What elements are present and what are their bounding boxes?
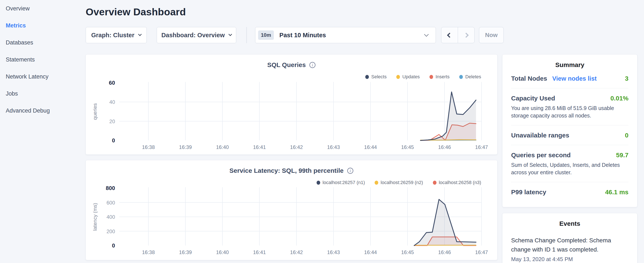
sidebar-item-databases[interactable]: Databases — [0, 34, 85, 51]
dashboard-dropdown-label: Dashboard: Overview — [161, 32, 225, 39]
summary-row: Queries per second 59.7 Sum of Selects, … — [511, 145, 628, 176]
summary-row-value: 0 — [625, 132, 628, 139]
svg-text:16:46: 16:46 — [438, 144, 451, 150]
summary-row-label: Unavailable ranges — [511, 132, 569, 139]
event-timestamp: May 13, 2020 at 4:45 PM — [511, 256, 628, 262]
svg-text:queries: queries — [92, 103, 98, 120]
summary-row: Total Nodes View nodes list 3 — [511, 69, 628, 82]
graph-dropdown[interactable]: Graph: Cluster — [86, 27, 147, 43]
summary-title: Summary — [502, 61, 637, 69]
time-range-dropdown[interactable]: 10m Past 10 Minutes — [255, 27, 436, 43]
summary-row-label: Queries per second — [511, 151, 571, 159]
chevron-down-icon — [138, 33, 142, 36]
chevron-left-icon — [447, 33, 452, 38]
summary-row-value: 59.7 — [616, 151, 628, 159]
graph-dropdown-label: Graph: Cluster — [91, 32, 134, 39]
summary-row-label: Capacity Used — [511, 95, 555, 102]
step-forward-button[interactable] — [458, 27, 474, 43]
svg-text:16:39: 16:39 — [179, 144, 192, 150]
svg-text:16:46: 16:46 — [438, 249, 451, 255]
chevron-right-icon — [464, 33, 468, 38]
summary-panel: Summary Total Nodes View nodes list 3 Ca… — [502, 54, 638, 207]
svg-text:16:39: 16:39 — [179, 249, 192, 255]
sidebar: OverviewMetricsDatabasesStatementsNetwor… — [0, 0, 85, 263]
sql-queries-plot: 16:3816:3916:4016:4116:4216:4316:4416:45… — [86, 55, 498, 155]
step-back-button[interactable] — [442, 27, 458, 43]
now-button[interactable]: Now — [479, 27, 504, 43]
svg-text:600: 600 — [106, 200, 115, 205]
event-item[interactable]: Schema Change Completed: Schema change w… — [511, 236, 628, 262]
summary-row-subtext: You are using 28.6 MiB of 515.9 GiB usab… — [511, 105, 628, 119]
svg-text:400: 400 — [106, 214, 115, 220]
svg-text:800: 800 — [106, 185, 115, 191]
svg-text:16:44: 16:44 — [364, 144, 377, 150]
svg-text:16:45: 16:45 — [401, 249, 414, 255]
summary-row: Capacity Used 0.01% You are using 28.6 M… — [511, 88, 628, 119]
svg-text:16:43: 16:43 — [327, 249, 340, 255]
summary-row-value: 0.01% — [610, 95, 628, 102]
svg-text:16:47: 16:47 — [475, 249, 488, 255]
summary-row-label: P99 latency — [511, 188, 546, 196]
sidebar-item-overview[interactable]: Overview — [0, 0, 85, 17]
svg-text:16:45: 16:45 — [401, 144, 414, 150]
sidebar-item-advanced-debug[interactable]: Advanced Debug — [0, 102, 85, 119]
svg-text:0: 0 — [112, 137, 115, 144]
svg-text:0: 0 — [112, 242, 115, 249]
summary-row-label: Total Nodes — [511, 75, 547, 82]
summary-row-value: 46.1 ms — [605, 188, 628, 196]
chevron-down-icon — [228, 33, 232, 36]
chevron-down-icon — [424, 32, 428, 36]
page-title: Overview Dashboard — [86, 6, 186, 18]
sidebar-item-jobs[interactable]: Jobs — [0, 85, 85, 102]
svg-text:16:41: 16:41 — [253, 249, 266, 255]
summary-row-value: 3 — [625, 75, 628, 82]
summary-row: Unavailable ranges 0 — [511, 125, 628, 139]
events-title: Events — [502, 220, 637, 227]
time-range-label: Past 10 Minutes — [279, 32, 326, 39]
svg-text:60: 60 — [109, 80, 115, 86]
service-latency-chart-card: Service Latency: SQL, 99th percentile i … — [86, 160, 498, 260]
svg-text:16:40: 16:40 — [216, 249, 229, 255]
svg-text:16:47: 16:47 — [475, 144, 488, 150]
svg-text:16:42: 16:42 — [290, 144, 303, 150]
time-step-buttons — [441, 27, 474, 43]
svg-text:200: 200 — [106, 228, 115, 234]
sidebar-item-network-latency[interactable]: Network Latency — [0, 68, 85, 85]
svg-text:16:43: 16:43 — [327, 144, 340, 150]
dashboard-dropdown[interactable]: Dashboard: Overview — [157, 27, 236, 43]
svg-text:16:42: 16:42 — [290, 249, 303, 255]
svg-text:16:40: 16:40 — [216, 144, 229, 150]
sidebar-item-metrics[interactable]: Metrics — [0, 17, 85, 34]
svg-text:20: 20 — [109, 119, 115, 124]
svg-text:latency (ms): latency (ms) — [92, 203, 98, 231]
sidebar-item-statements[interactable]: Statements — [0, 51, 85, 68]
time-range-badge: 10m — [258, 31, 274, 40]
summary-row: P99 latency 46.1 ms — [511, 182, 628, 196]
event-text: Schema Change Completed: Schema change w… — [511, 236, 615, 254]
sql-queries-chart-card: SQL Queries i Selects Updates Inserts De… — [86, 54, 498, 155]
view-nodes-link[interactable]: View nodes list — [552, 75, 596, 82]
svg-text:16:44: 16:44 — [364, 249, 377, 255]
summary-row-subtext: Sum of Selects, Updates, Inserts, and De… — [511, 161, 628, 176]
events-panel: Events Schema Change Completed: Schema c… — [502, 213, 638, 263]
svg-text:40: 40 — [109, 99, 115, 105]
svg-text:16:41: 16:41 — [253, 144, 266, 150]
toolbar-divider — [246, 27, 247, 43]
svg-text:16:38: 16:38 — [142, 249, 155, 255]
service-latency-plot: 16:3816:3916:4016:4116:4216:4316:4416:45… — [86, 160, 498, 260]
svg-text:16:38: 16:38 — [142, 144, 155, 150]
